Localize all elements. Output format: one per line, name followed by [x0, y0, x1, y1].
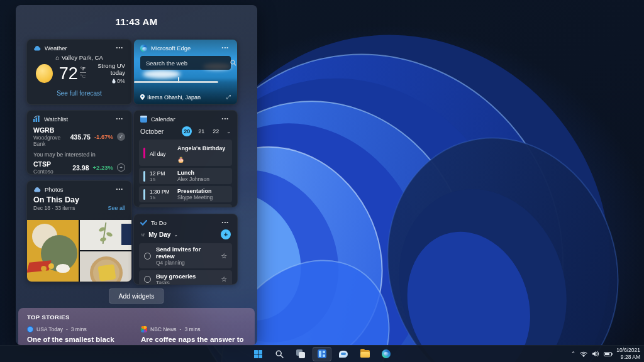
stock-row[interactable]: WGRB Woodgrove Bank 435.75 -1.67% ✓ — [27, 124, 131, 147]
see-full-forecast-link[interactable]: See full forecast — [27, 90, 131, 97]
event-title: Angela's Birthday 🎂 — [177, 145, 225, 163]
todo-title: To Do — [151, 219, 167, 226]
stock-symbol: WGRB — [33, 126, 70, 134]
task-view-button[interactable] — [291, 347, 310, 361]
photos-title: Photos — [45, 186, 64, 193]
watchlist-widget[interactable]: Watchlist ••• WGRB Woodgrove Bank 435.75… — [26, 110, 132, 175]
weather-location: Valley Park, CA — [62, 54, 103, 61]
stock-added-check-icon[interactable]: ✓ — [117, 133, 125, 141]
calendar-chevron-down-icon[interactable]: ⌄ — [226, 129, 231, 134]
volume-icon[interactable] — [592, 351, 599, 357]
story-card[interactable]: USA Today - 3 mins One of the smallest b… — [27, 326, 132, 345]
calendar-event[interactable]: All day Angela's Birthday 🎂 — [139, 140, 232, 166]
task-row[interactable]: Send invites for review Q4 planning ☆ — [139, 243, 232, 268]
stock-name: Woodgrove Bank — [33, 134, 70, 147]
photos-subheading: Dec 18 · 33 items — [33, 205, 75, 211]
weather-widget[interactable]: Weather ••• ⌂ Valley Park, CA 72 °F °C — [26, 39, 132, 105]
file-explorer-button[interactable] — [355, 347, 374, 361]
event-time: 1:30 PM — [150, 189, 173, 195]
wifi-icon[interactable] — [580, 351, 587, 357]
task-complete-circle[interactable] — [144, 253, 151, 260]
unit-toggle[interactable]: °F °C — [80, 66, 86, 79]
edge-photo-caption: Ikema Ohashi, Japan — [147, 94, 201, 101]
story-source: NBC News — [150, 326, 177, 332]
todo-chevron-down-icon[interactable]: ⌄ — [174, 232, 178, 238]
calendar-widget[interactable]: Calendar ••• October 20 21 22 ⌄ All day … — [133, 110, 238, 207]
photo-thumbnail[interactable] — [80, 220, 131, 250]
date-pill[interactable]: 21 — [196, 126, 206, 136]
weather-temperature: 72 — [59, 65, 78, 82]
watchlist-suggestion-label: You may be interested in — [27, 147, 131, 160]
todo-widget[interactable]: To Do ••• ☼ My Day ⌄ + Send invites for … — [133, 214, 238, 285]
event-time: All day — [150, 151, 166, 157]
photos-widget[interactable]: Photos ••• On This Day Dec 18 · 33 items… — [26, 180, 132, 282]
watchlist-chart-icon — [33, 116, 40, 122]
see-all-link[interactable]: See all — [108, 205, 125, 211]
search-input[interactable] — [145, 59, 230, 67]
stock-add-plus-icon[interactable]: + — [117, 163, 125, 172]
story-card[interactable]: NBC News - 3 mins Are coffee naps the an… — [141, 326, 246, 345]
location-pin-icon — [140, 94, 145, 100]
date-pill[interactable]: 22 — [211, 126, 221, 136]
stock-row[interactable]: CTSP Contoso 23.98 +2.23% + — [27, 160, 131, 175]
chat-button[interactable] — [334, 347, 353, 361]
story-age: 3 mins — [71, 326, 87, 332]
usa-today-logo-icon — [27, 326, 33, 332]
taskbar: ⌃ 10/6/2021 9:28 AM — [0, 345, 644, 362]
calendar-event[interactable]: 1:30 PM 1h Presentation Skype Meeting — [139, 186, 232, 202]
task-star-icon[interactable]: ☆ — [221, 252, 227, 260]
edge-browser-button[interactable] — [377, 347, 396, 361]
calendar-event[interactable]: 6:00 PM 3h Studio Time Conf Rm 32/35 — [139, 204, 232, 207]
desktop: 11:43 AM Weather ••• ⌂ Valley Park, CA 7… — [0, 0, 644, 362]
edge-title: Microsoft Edge — [151, 45, 191, 52]
story-source: USA Today — [36, 326, 63, 332]
calendar-menu-button[interactable]: ••• — [220, 115, 231, 123]
event-duration: 1h — [150, 195, 173, 200]
taskbar-search-button[interactable] — [270, 347, 289, 361]
weather-cloud-icon — [33, 45, 41, 51]
edge-widget[interactable]: Microsoft Edge ••• Ikema Ohashi, Japan ⤢ — [133, 39, 238, 105]
unit-celsius[interactable]: °C — [80, 74, 86, 79]
home-icon: ⌂ — [55, 54, 59, 61]
photo-thumbnail[interactable] — [27, 220, 79, 282]
edge-search-box[interactable] — [140, 56, 231, 70]
weather-menu-button[interactable]: ••• — [114, 44, 125, 52]
start-button[interactable] — [248, 347, 267, 361]
top-stories-section: TOP STORIES USA Today - 3 mins One of th… — [18, 308, 255, 345]
photo-collage[interactable] — [27, 220, 131, 282]
photos-cloud-icon — [33, 187, 41, 192]
calendar-event[interactable]: 12 PM 1h Lunch Alex Johnson — [139, 168, 232, 184]
story-headline[interactable]: One of the smallest black holes and — [27, 335, 132, 345]
todo-menu-button[interactable]: ••• — [220, 219, 231, 226]
todo-check-icon — [140, 220, 147, 226]
task-complete-circle[interactable] — [144, 276, 151, 283]
todo-list-selector[interactable]: My Day — [148, 231, 170, 238]
task-row[interactable]: Buy groceries Tasks ☆ — [139, 270, 232, 285]
task-star-icon[interactable]: ☆ — [221, 275, 227, 283]
story-headline[interactable]: Are coffee naps the answer to your — [141, 335, 246, 345]
edge-menu-button[interactable]: ••• — [220, 44, 231, 52]
tray-chevron-up-icon[interactable]: ⌃ — [571, 351, 576, 357]
battery-icon[interactable] — [604, 352, 612, 356]
add-task-button[interactable]: + — [221, 229, 231, 239]
watchlist-menu-button[interactable]: ••• — [114, 115, 125, 123]
add-widgets-button[interactable]: Add widgets — [109, 288, 164, 304]
expand-icon[interactable]: ⤢ — [226, 94, 231, 101]
task-list-name: Tasks — [156, 280, 196, 285]
stock-price: 435.75 — [70, 133, 91, 141]
event-title: Presentation — [177, 188, 213, 194]
event-subtitle: Skype Meeting — [177, 194, 213, 200]
photo-thumbnail[interactable] — [80, 251, 131, 282]
unit-fahrenheit[interactable]: °F — [80, 66, 86, 72]
event-subtitle: Alex Johnson — [177, 176, 209, 182]
stock-change: +2.23% — [93, 164, 114, 171]
date-pill-selected[interactable]: 20 — [182, 126, 192, 136]
tray-clock[interactable]: 10/6/2021 9:28 AM — [616, 347, 640, 360]
widgets-button[interactable] — [313, 347, 331, 361]
photos-menu-button[interactable]: ••• — [114, 185, 125, 193]
windows-logo-icon — [254, 350, 262, 358]
system-tray: ⌃ 10/6/2021 9:28 AM — [571, 346, 640, 362]
droplet-icon — [112, 79, 116, 84]
widgets-panel: 11:43 AM Weather ••• ⌂ Valley Park, CA 7… — [16, 5, 257, 345]
event-title: Studio Time — [177, 206, 213, 207]
